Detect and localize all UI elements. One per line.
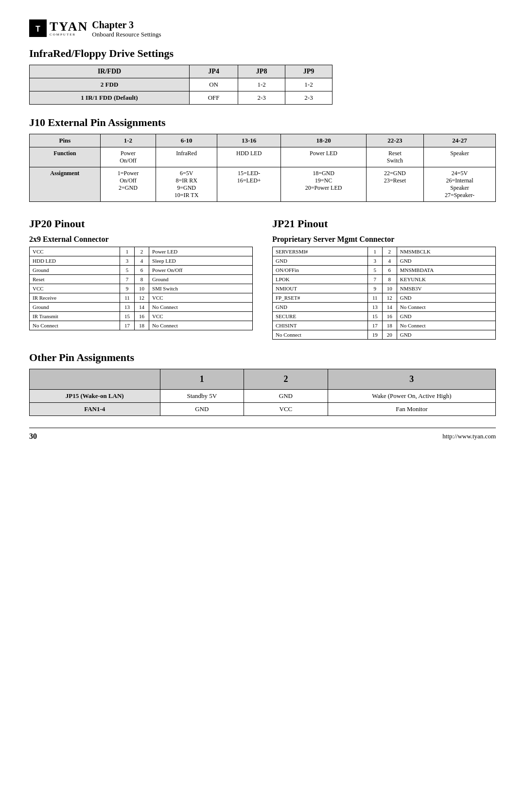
table-row: VCC 9 10 SMI Switch xyxy=(30,284,253,293)
jp21-cell: 6 xyxy=(382,266,397,275)
jp20-cell: VCC xyxy=(149,312,253,321)
jp21-cell: 3 xyxy=(368,256,382,266)
footer-url: http://www.tyan.com xyxy=(442,433,496,440)
table-row: FAN1-4 GND VCC Fan Monitor xyxy=(30,403,496,416)
logo-subtext: COMPUTER xyxy=(50,33,88,36)
j10-assignment-row: Assignment 1=PowerOn/Off2=GND 6=5V8=IR R… xyxy=(30,167,496,202)
j10-table: Pins 1-2 6-10 13-16 18-20 22-23 24-27 Fu… xyxy=(29,134,496,202)
jp20-cell: 5 xyxy=(120,266,135,275)
jp21-cell: KEYUNLK xyxy=(397,275,495,284)
j10-func-1-2: PowerOn/Off xyxy=(100,147,156,167)
table-row: LPOK 7 8 KEYUNLK xyxy=(273,275,496,284)
irfdd-row2-jp4: OFF xyxy=(190,91,238,105)
jp21-cell: No Connect xyxy=(273,330,368,340)
irfdd-row2-label: 1 IR/1 FDD (Default) xyxy=(30,91,190,105)
tyan-logo: T TYAN COMPUTER xyxy=(29,19,88,37)
j10-header-pins: Pins xyxy=(30,134,101,147)
j10-assign-13-16: 15=LED-16=LED+ xyxy=(217,167,281,202)
other-row1-label: JP15 (Wake-on LAN) xyxy=(30,390,160,403)
jp21-cell: 19 xyxy=(368,330,382,340)
other-table: 1 2 3 JP15 (Wake-on LAN) Standby 5V GND … xyxy=(29,369,496,416)
jp21-cell: 20 xyxy=(382,330,397,340)
jp20-cell: 8 xyxy=(135,275,149,284)
table-row: CHISINT 17 18 No Connect xyxy=(273,321,496,330)
jp21-title: JP21 Pinout xyxy=(272,217,496,230)
jp20-cell: IR Receive xyxy=(30,293,120,303)
table-row: NMIOUT 9 10 NMSB3V xyxy=(273,284,496,293)
irfdd-row1-jp4: ON xyxy=(190,78,238,91)
j10-func-24-27: Speaker xyxy=(423,147,495,167)
jp20-cell: 16 xyxy=(135,312,149,321)
j10-header-22-23: 22-23 xyxy=(366,134,423,147)
table-row: SECURE 15 16 GND xyxy=(273,312,496,321)
jp20-cell: VCC xyxy=(149,293,253,303)
jp21-cell: ON/OFFin xyxy=(273,266,368,275)
jp20-cell: Reset xyxy=(30,275,120,284)
irfdd-title: InfraRed/Floppy Drive Settings xyxy=(29,47,496,60)
jp21-cell: NMSMBCLK xyxy=(397,247,495,256)
table-row: 2 FDD ON 1-2 1-2 xyxy=(30,78,332,91)
irfdd-row1-label: 2 FDD xyxy=(30,78,190,91)
jp21-cell: 13 xyxy=(368,303,382,312)
jp21-cell: CHISINT xyxy=(273,321,368,330)
other-header-2: 2 xyxy=(244,369,328,390)
jp20-cell: VCC xyxy=(30,284,120,293)
jp21-cell: GND xyxy=(397,330,495,340)
j10-assign-24-27: 24=5V26=InternalSpeaker27=Speaker- xyxy=(423,167,495,202)
irfdd-row2-jp9: 2-3 xyxy=(285,91,332,105)
jp21-cell: 1 xyxy=(368,247,382,256)
jp21-section: JP21 Pinout Proprietary Server Mgmt Conn… xyxy=(272,214,496,340)
jp20-cell: 7 xyxy=(120,275,135,284)
jp20-cell: Ground xyxy=(30,303,120,312)
j10-function-label: Function xyxy=(30,147,101,167)
j10-func-18-20: Power LED xyxy=(281,147,367,167)
jp21-cell: 12 xyxy=(382,293,397,303)
chapter-block: Chapter 3 Onboard Resource Settings xyxy=(92,19,161,38)
logo-box: T xyxy=(29,19,47,37)
j10-header-24-27: 24-27 xyxy=(423,134,495,147)
table-row: FP_RSET# 11 12 GND xyxy=(273,293,496,303)
irfdd-table: IR/FDD JP4 JP8 JP9 2 FDD ON 1-2 1-2 1 IR… xyxy=(29,65,332,105)
jp20-cell: 4 xyxy=(135,256,149,266)
jp20-cell: 10 xyxy=(135,284,149,293)
jp21-table: SERVERSMI# 1 2 NMSMBCLK GND 3 4 GND ON/O… xyxy=(272,247,496,340)
jp20-cell: 18 xyxy=(135,321,149,330)
jp21-cell: 17 xyxy=(368,321,382,330)
other-title: Other Pin Assignments xyxy=(29,351,496,364)
jp20-table: VCC 1 2 Power LED HDD LED 3 4 Sleep LED … xyxy=(29,247,253,330)
jp21-cell: SECURE xyxy=(273,312,368,321)
jp21-cell: 10 xyxy=(382,284,397,293)
j10-function-row: Function PowerOn/Off InfraRed HDD LED Po… xyxy=(30,147,496,167)
jp21-cell: No Connect xyxy=(397,303,495,312)
j10-title: J10 External Pin Assignments xyxy=(29,116,496,129)
irfdd-row2-jp8: 2-3 xyxy=(238,91,285,105)
table-row: No Connect 19 20 GND xyxy=(273,330,496,340)
j10-func-6-10: InfraRed xyxy=(156,147,217,167)
irfdd-header-jp9: JP9 xyxy=(285,65,332,78)
jp21-cell: 4 xyxy=(382,256,397,266)
jp20-cell: No Connect xyxy=(149,321,253,330)
jp21-cell: GND xyxy=(397,256,495,266)
jp21-cell: 11 xyxy=(368,293,382,303)
jp20-cell: Power On/Off xyxy=(149,266,253,275)
other-row1-2: GND xyxy=(244,390,328,403)
jp21-cell: NMSB3V xyxy=(397,284,495,293)
jp20-cell: 17 xyxy=(120,321,135,330)
pinout-section: JP20 Pinout 2x9 External Connector VCC 1… xyxy=(29,214,496,340)
jp21-cell: MNSMBDATA xyxy=(397,266,495,275)
page-header: T TYAN COMPUTER Chapter 3 Onboard Resour… xyxy=(29,19,496,38)
jp21-cell: GND xyxy=(273,256,368,266)
jp20-cell: HDD LED xyxy=(30,256,120,266)
jp20-cell: Ground xyxy=(30,266,120,275)
jp21-cell: No Connect xyxy=(397,321,495,330)
j10-header-1-2: 1-2 xyxy=(100,134,156,147)
table-row: Ground 13 14 No Connect xyxy=(30,303,253,312)
irfdd-row1-jp9: 1-2 xyxy=(285,78,332,91)
jp21-cell: 9 xyxy=(368,284,382,293)
j10-assign-6-10: 6=5V8=IR RX9=GND10=IR TX xyxy=(156,167,217,202)
table-row: Ground 5 6 Power On/Off xyxy=(30,266,253,275)
other-row2-2: VCC xyxy=(244,403,328,416)
jp20-cell: 9 xyxy=(120,284,135,293)
jp20-cell: Ground xyxy=(149,275,253,284)
other-row1-1: Standby 5V xyxy=(160,390,244,403)
